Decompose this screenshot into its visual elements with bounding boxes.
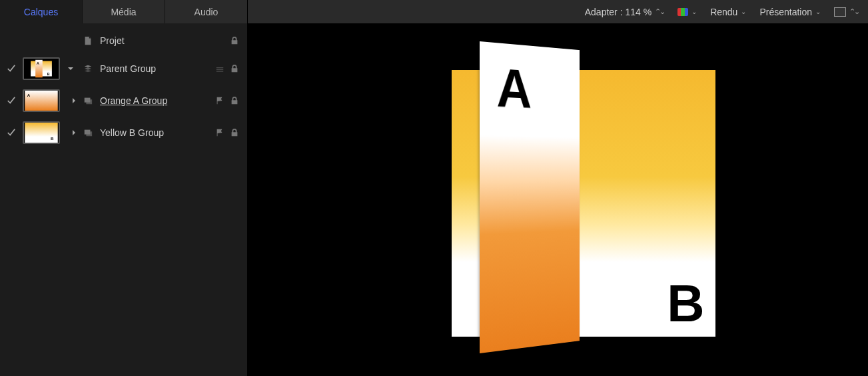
- view-menu[interactable]: Présentation ⌄: [759, 7, 821, 17]
- group-stack-icon: [81, 64, 95, 73]
- lock-icon[interactable]: [230, 128, 239, 137]
- canvas-area: Adapter : 114 % ⌃⌄ ⌄ Rendu ⌄ Présentatio…: [248, 0, 868, 376]
- project-icon: [81, 36, 95, 45]
- blend-icon[interactable]: [215, 64, 224, 73]
- view-label: Présentation: [759, 7, 812, 17]
- stepper-icon: ⌃⌄: [849, 7, 859, 16]
- layer-label: Projet: [99, 35, 226, 46]
- frame-icon: [834, 7, 846, 17]
- stepper-icon: ⌃⌄: [655, 7, 664, 16]
- svg-text:B: B: [51, 136, 54, 141]
- tab-layers[interactable]: Calques: [0, 0, 83, 23]
- letter-a: A: [496, 56, 532, 121]
- layer-row-project[interactable]: Projet: [0, 29, 247, 53]
- zoom-label: Adapter : 114 %: [585, 7, 651, 17]
- disclosure-right-icon[interactable]: [64, 97, 77, 104]
- letter-b: B: [667, 273, 704, 334]
- layer-thumbnail: A: [23, 89, 60, 112]
- layer-thumbnail: A B: [23, 57, 60, 80]
- chevron-down-icon: ⌄: [741, 8, 746, 15]
- sidebar-tabs: Calques Média Audio: [0, 0, 247, 23]
- tab-media[interactable]: Média: [83, 0, 165, 23]
- svg-text:A: A: [37, 61, 39, 65]
- lock-icon[interactable]: [230, 36, 239, 45]
- render-label: Rendu: [710, 7, 737, 17]
- svg-rect-11: [86, 131, 92, 136]
- lock-icon[interactable]: [230, 64, 239, 73]
- sidebar-panel: Calques Média Audio Projet: [0, 0, 248, 376]
- disclosure-right-icon[interactable]: [64, 129, 77, 136]
- layer-thumbnail: B: [23, 121, 60, 144]
- layer-label: Parent Group: [99, 63, 211, 74]
- disclosure-down-icon[interactable]: [64, 65, 77, 72]
- render-menu[interactable]: Rendu ⌄: [710, 7, 746, 17]
- canvas-viewer[interactable]: B A: [248, 23, 868, 376]
- rgb-swatch-icon: [677, 8, 688, 16]
- layer-label: Orange A Group: [99, 95, 211, 106]
- visibility-checkbox[interactable]: [4, 128, 19, 137]
- group-icon: [81, 96, 95, 105]
- color-channel-menu[interactable]: ⌄: [677, 8, 697, 16]
- group-icon: [81, 128, 95, 137]
- layer-row-yellow-b[interactable]: B Yellow B Group: [0, 117, 247, 149]
- lock-icon[interactable]: [230, 96, 239, 105]
- layer-list: Projet A B: [0, 23, 247, 376]
- visibility-checkbox[interactable]: [4, 96, 19, 105]
- svg-text:A: A: [27, 93, 31, 97]
- svg-text:B: B: [47, 72, 50, 76]
- layer-row-parent-group[interactable]: A B Parent Group: [0, 53, 247, 85]
- layer-row-orange-a[interactable]: A Orange A Group: [0, 85, 247, 117]
- canvas-stage: B A: [358, 47, 758, 353]
- visibility-checkbox[interactable]: [4, 64, 19, 73]
- orange-a-plane: A: [480, 41, 580, 353]
- canvas-toolbar: Adapter : 114 % ⌃⌄ ⌄ Rendu ⌄ Présentatio…: [248, 0, 868, 23]
- zoom-fit-control[interactable]: Adapter : 114 % ⌃⌄: [585, 7, 664, 17]
- flag-icon[interactable]: [215, 128, 224, 137]
- chevron-down-icon: ⌄: [815, 8, 821, 15]
- tab-audio[interactable]: Audio: [165, 0, 247, 23]
- viewport-layout-menu[interactable]: ⌃⌄: [834, 7, 859, 17]
- chevron-down-icon: ⌄: [691, 8, 697, 15]
- flag-icon[interactable]: [215, 96, 224, 105]
- layer-label: Yellow B Group: [99, 127, 211, 138]
- svg-rect-7: [86, 99, 92, 104]
